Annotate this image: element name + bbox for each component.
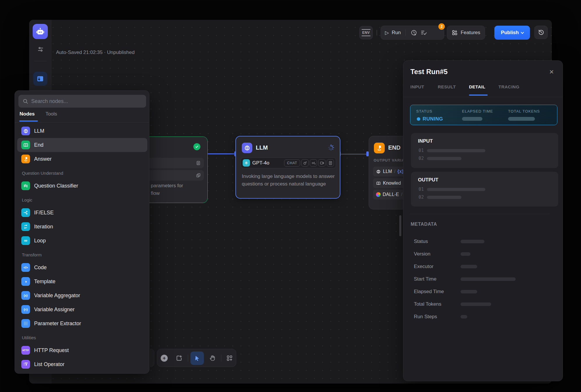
document-capability-icon (327, 159, 334, 167)
vision-capability-icon (301, 159, 309, 167)
edge-llm-to-end (340, 154, 368, 155)
metadata-divider (410, 214, 550, 214)
llm-node-description: Invoking large language models to answer… (242, 173, 336, 188)
hand-mode-button[interactable] (209, 355, 216, 362)
node-item-list-operator[interactable]: List Operator (15, 357, 149, 371)
variable-aggregator-icon: {x} (21, 291, 30, 300)
output-card-title: OUTPUT (418, 177, 438, 183)
metadata-row: Run Steps (403, 310, 563, 323)
section-transform: Transform (15, 248, 149, 260)
end-node-input-handle[interactable] (366, 151, 369, 156)
features-grid-icon (452, 29, 458, 36)
skeleton-bar (461, 252, 470, 256)
chevron-down-icon (521, 31, 524, 34)
row-index: 01 (419, 148, 424, 153)
env-variables-button[interactable]: ENV (359, 26, 373, 39)
sidebar-workflow-window-icon[interactable] (33, 72, 47, 86)
skeleton-bar (461, 240, 484, 243)
search-icon (22, 98, 29, 104)
copy-icon (196, 173, 201, 178)
scrollbar-thumb[interactable] (399, 215, 401, 236)
node-item-iteration[interactable]: Iteration (15, 220, 149, 234)
sidebar-divider (34, 61, 47, 61)
run-button[interactable]: Run (392, 30, 401, 36)
node-item-question-classifier[interactable]: Question Classifier (15, 179, 149, 193)
pointer-mode-button[interactable] (190, 351, 204, 365)
tab-input[interactable]: INPUT (410, 84, 424, 89)
node-item-end[interactable]: End (17, 138, 147, 152)
node-list: LLM End Answer Question Understand Quest… (15, 124, 149, 371)
start-node-description-line2: flow (151, 190, 160, 196)
node-item-loop[interactable]: ∞ Loop (15, 234, 149, 248)
publish-label: Publish (501, 30, 519, 36)
node-item-answer[interactable]: Answer (15, 152, 149, 166)
metadata-row: Status (403, 235, 563, 248)
skeleton-bar (462, 117, 482, 121)
start-node-description-line1: parameters for (151, 183, 183, 189)
run-group-divider (405, 29, 406, 36)
loop-infinity-icon: ∞ (21, 236, 30, 245)
tabs-divider (15, 122, 149, 123)
node-item-if-else[interactable]: IF/ELSE (15, 206, 149, 220)
version-history-button[interactable] (534, 26, 548, 39)
node-item-template[interactable]: ◑ Template (15, 274, 149, 288)
skeleton-bar (427, 149, 485, 152)
node-item-http-request[interactable]: HTTP HTTP Request (15, 343, 149, 357)
metadata-row: Version (403, 248, 563, 260)
llm-node[interactable]: LLM GPT-4o CHAT (235, 136, 340, 199)
metadata-title: METADATA (411, 222, 437, 227)
checklist-icon[interactable] (420, 29, 427, 36)
llm-icon (376, 169, 381, 174)
node-item-variable-assigner[interactable]: {=} Variable Assigner (15, 302, 149, 316)
document-icon (196, 160, 201, 166)
organize-nodes-button[interactable] (226, 355, 233, 362)
skeleton-bar (461, 290, 477, 293)
skeleton-bar (461, 302, 491, 306)
tab-tools[interactable]: Tools (46, 111, 57, 117)
input-card: INPUT 01 02 (411, 133, 558, 168)
tab-detail[interactable]: DETAIL (469, 84, 485, 89)
llm-icon (21, 127, 30, 135)
sidebar-settings-sliders-icon[interactable] (36, 44, 46, 54)
code-icon: </> (21, 263, 30, 272)
knowledge-book-icon (376, 181, 381, 186)
tab-result[interactable]: RESULT (438, 84, 456, 89)
section-question-understand: Question Understand (15, 166, 149, 179)
chat-tag: CHAT (284, 160, 300, 167)
question-classifier-icon (21, 181, 30, 190)
active-tab-underline (19, 120, 38, 122)
add-note-icon[interactable] (176, 355, 183, 362)
http-request-icon: HTTP (21, 346, 30, 355)
cursor-icon (194, 355, 200, 361)
output-variables-label: OUTPUT VARIA (374, 158, 405, 162)
node-item-variable-aggregator[interactable]: {x} Variable Aggregator (15, 288, 149, 302)
skeleton-bar (461, 265, 477, 268)
skeleton-bar (427, 196, 461, 199)
node-item-parameter-extractor[interactable]: Parameter Extractor (15, 316, 149, 330)
parameter-extractor-icon (21, 319, 30, 328)
publish-button[interactable]: Publish (494, 26, 530, 40)
node-item-llm[interactable]: LLM (15, 124, 149, 138)
section-utilities: Utilities (15, 330, 149, 343)
model-selector[interactable]: GPT-4o CHAT (241, 158, 336, 168)
zoom-toolbar-fragment (150, 349, 154, 367)
row-index: 02 (419, 195, 424, 200)
active-tab-underline (469, 94, 488, 96)
status-label: STATUS (416, 109, 432, 113)
run-history-clock-icon[interactable] (410, 29, 417, 36)
variable-source: LLM (383, 169, 392, 174)
node-picker-panel: Nodes Tools LLM End Answer Question Unde… (15, 90, 149, 374)
search-input[interactable] (18, 95, 146, 108)
output-card: OUTPUT 01 02 (411, 172, 558, 206)
list-operator-icon (21, 360, 30, 369)
metadata-rows: Status Version Executor Start Time Elaps… (403, 235, 563, 323)
toolbar-divider (221, 355, 221, 362)
close-icon[interactable]: × (547, 67, 556, 76)
end-node-title: END (388, 144, 400, 151)
app-logo-robot-icon[interactable] (33, 24, 48, 39)
tab-nodes[interactable]: Nodes (20, 111, 35, 117)
features-button[interactable]: Features (447, 26, 485, 40)
add-node-button[interactable]: + (161, 355, 168, 362)
tab-tracing[interactable]: TRACING (498, 84, 519, 89)
node-item-code[interactable]: </> Code (15, 260, 149, 274)
